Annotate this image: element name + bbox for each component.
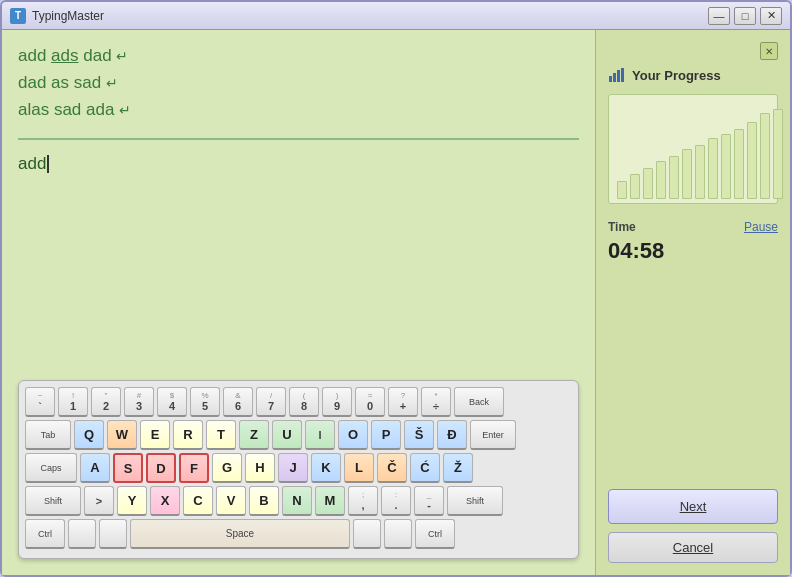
key-row-2: Tab Q W E R T Z U I O P Š Đ Enter — [25, 420, 572, 450]
key-c-caron[interactable]: Č — [377, 453, 407, 483]
backspace-key[interactable]: Back — [454, 387, 504, 417]
key-comma[interactable]: ;, — [348, 486, 378, 516]
chart-bar — [630, 174, 640, 199]
key-z[interactable]: Z — [239, 420, 269, 450]
space-key[interactable]: Space — [130, 519, 350, 549]
key-g[interactable]: G — [212, 453, 242, 483]
key-angle[interactable]: > — [84, 486, 114, 516]
chart-bar — [682, 149, 692, 199]
enter-key[interactable]: Enter — [470, 420, 516, 450]
key-o[interactable]: O — [338, 420, 368, 450]
maximize-button[interactable]: □ — [734, 7, 756, 25]
key-v[interactable]: V — [216, 486, 246, 516]
key-c-acute[interactable]: Ć — [410, 453, 440, 483]
text-line-1: add ads dad ↵ — [18, 42, 579, 69]
key-2[interactable]: "2 — [91, 387, 121, 417]
key-n[interactable]: N — [282, 486, 312, 516]
key-fn1[interactable] — [68, 519, 96, 549]
key-backtick[interactable]: ~` — [25, 387, 55, 417]
chart-bar — [760, 113, 770, 199]
pause-button[interactable]: Pause — [744, 220, 778, 234]
key-plus[interactable]: ?+ — [388, 387, 418, 417]
key-k[interactable]: K — [311, 453, 341, 483]
tab-key[interactable]: Tab — [25, 420, 71, 450]
key-e[interactable]: E — [140, 420, 170, 450]
minimize-button[interactable]: — — [708, 7, 730, 25]
key-l[interactable]: L — [344, 453, 374, 483]
key-d-stroke[interactable]: Đ — [437, 420, 467, 450]
keyboard-area: ~` !1 "2 #3 $4 %5 &6 /7 (8 )9 =0 ?+ *÷ B… — [18, 182, 579, 567]
close-button[interactable]: ✕ — [760, 7, 782, 25]
key-d[interactable]: D — [146, 453, 176, 483]
key-4[interactable]: $4 — [157, 387, 187, 417]
key-fn4[interactable] — [384, 519, 412, 549]
key-5[interactable]: %5 — [190, 387, 220, 417]
app-icon: T — [10, 8, 26, 24]
key-b[interactable]: B — [249, 486, 279, 516]
ctrl-left-key[interactable]: Ctrl — [25, 519, 65, 549]
key-8[interactable]: (8 — [289, 387, 319, 417]
chart-bar — [734, 129, 744, 199]
key-w[interactable]: W — [107, 420, 137, 450]
key-q[interactable]: Q — [74, 420, 104, 450]
ctrl-right-key[interactable]: Ctrl — [415, 519, 455, 549]
shift-left-key[interactable]: Shift — [25, 486, 81, 516]
key-a[interactable]: A — [80, 453, 110, 483]
window-controls: — □ ✕ — [708, 7, 782, 25]
key-fn2[interactable] — [99, 519, 127, 549]
key-equals[interactable]: *÷ — [421, 387, 451, 417]
key-u[interactable]: U — [272, 420, 302, 450]
typed-text: add — [18, 154, 46, 174]
chart-icon — [608, 66, 626, 84]
key-i[interactable]: I — [305, 420, 335, 450]
progress-chart — [608, 94, 778, 204]
caps-lock-key[interactable]: Caps — [25, 453, 77, 483]
key-s-caron[interactable]: Š — [404, 420, 434, 450]
key-minus[interactable]: _- — [414, 486, 444, 516]
key-j[interactable]: J — [278, 453, 308, 483]
key-h[interactable]: H — [245, 453, 275, 483]
key-7[interactable]: /7 — [256, 387, 286, 417]
word-ads: ads — [51, 46, 78, 65]
chart-bar — [721, 134, 731, 199]
key-period[interactable]: :. — [381, 486, 411, 516]
next-button[interactable]: Next — [608, 489, 778, 524]
shift-right-key[interactable]: Shift — [447, 486, 503, 516]
time-display: 04:58 — [608, 238, 778, 264]
cancel-button[interactable]: Cancel — [608, 532, 778, 563]
key-c[interactable]: C — [183, 486, 213, 516]
key-z-caron[interactable]: Ž — [443, 453, 473, 483]
content-area: add ads dad ↵ dad as sad ↵ alas sad ada … — [2, 30, 790, 575]
titlebar: T TypingMaster — □ ✕ — [2, 2, 790, 30]
key-9[interactable]: )9 — [322, 387, 352, 417]
key-6[interactable]: &6 — [223, 387, 253, 417]
text-display: add ads dad ↵ dad as sad ↵ alas sad ada … — [18, 42, 579, 124]
key-0[interactable]: =0 — [355, 387, 385, 417]
key-y[interactable]: Y — [117, 486, 147, 516]
svg-rect-3 — [621, 68, 624, 82]
key-row-4: Shift > Y X C V B N M ;, :. _- Shift — [25, 486, 572, 516]
key-t[interactable]: T — [206, 420, 236, 450]
key-fn3[interactable] — [353, 519, 381, 549]
key-1[interactable]: !1 — [58, 387, 88, 417]
virtual-keyboard: ~` !1 "2 #3 $4 %5 &6 /7 (8 )9 =0 ?+ *÷ B… — [18, 380, 579, 559]
text-line-2: dad as sad ↵ — [18, 69, 579, 96]
sidebar-close-button[interactable]: ✕ — [760, 42, 778, 60]
key-r[interactable]: R — [173, 420, 203, 450]
chart-bar — [708, 138, 718, 199]
key-s[interactable]: S — [113, 453, 143, 483]
key-row-1: ~` !1 "2 #3 $4 %5 &6 /7 (8 )9 =0 ?+ *÷ B… — [25, 387, 572, 417]
key-f[interactable]: F — [179, 453, 209, 483]
key-p[interactable]: P — [371, 420, 401, 450]
chart-bar — [747, 122, 757, 199]
text-line-3: alas sad ada ↵ — [18, 96, 579, 123]
chart-bar — [656, 161, 666, 199]
key-x[interactable]: X — [150, 486, 180, 516]
progress-header: Your Progress — [608, 66, 778, 84]
sidebar: ✕ Your Progress Time Pause — [595, 30, 790, 575]
key-m[interactable]: M — [315, 486, 345, 516]
key-row-3: Caps A S D F G H J K L Č Ć Ž — [25, 453, 572, 483]
cursor — [47, 155, 49, 173]
key-3[interactable]: #3 — [124, 387, 154, 417]
time-section: Time Pause — [608, 220, 778, 234]
